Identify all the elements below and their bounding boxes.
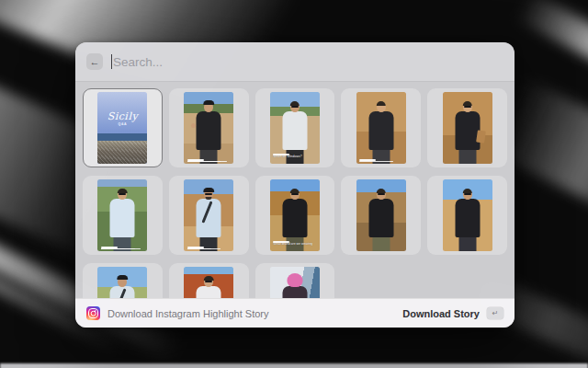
story-cover-image: Sicily Q&A (97, 92, 147, 164)
action-bar: Download Instagram Highlight Story Downl… (75, 298, 514, 328)
story-thumbnail[interactable] (83, 176, 163, 255)
story-thumbnail[interactable]: Sicily Q&A (83, 88, 163, 167)
story-image (184, 267, 233, 298)
story-image (443, 92, 492, 164)
sea-strip (97, 133, 147, 141)
story-thumbnail[interactable] (341, 88, 421, 167)
story-thumbnail[interactable] (169, 263, 249, 298)
story-image (356, 179, 406, 251)
question-sticker: What brand are we wearing (273, 241, 316, 247)
cover-title: Sicily (97, 110, 147, 122)
story-image: What brand are we wearing (270, 179, 320, 251)
enter-key-icon: ↵ (487, 307, 503, 319)
story-thumbnail[interactable] (427, 176, 507, 255)
story-grid: Sicily Q&A When on Windows? (75, 82, 514, 298)
story-thumbnail[interactable] (83, 263, 163, 298)
launcher-window: ← Sicily Q&A (75, 42, 514, 328)
story-image (184, 179, 233, 251)
story-thumbnail[interactable] (169, 88, 249, 167)
rocky-shore (97, 141, 147, 164)
back-button[interactable]: ← (86, 53, 103, 70)
story-image (97, 267, 147, 298)
search-field-wrap (111, 54, 503, 69)
story-thumbnail[interactable] (255, 263, 335, 298)
story-thumbnail[interactable] (341, 176, 421, 255)
story-image (270, 267, 320, 298)
story-thumbnail[interactable] (427, 88, 507, 167)
search-input[interactable] (113, 55, 503, 69)
cover-subtitle: Q&A (97, 122, 147, 126)
story-image (443, 179, 492, 251)
primary-action-label[interactable]: Download Story (402, 308, 480, 319)
story-image (97, 179, 147, 251)
story-thumbnail[interactable] (169, 176, 249, 255)
question-sticker: When on Windows? (273, 154, 316, 159)
search-header: ← (75, 42, 514, 82)
text-caret (111, 54, 112, 69)
story-thumbnail[interactable]: When on Windows? (255, 88, 335, 167)
story-image (184, 92, 233, 164)
instagram-icon (86, 306, 100, 320)
story-thumbnail[interactable]: What brand are we wearing (255, 176, 335, 255)
extension-title: Download Instagram Highlight Story (107, 308, 268, 319)
back-arrow-icon: ← (90, 56, 100, 67)
story-image: When on Windows? (270, 92, 320, 164)
story-image (356, 92, 406, 164)
background-streak (0, 363, 588, 368)
